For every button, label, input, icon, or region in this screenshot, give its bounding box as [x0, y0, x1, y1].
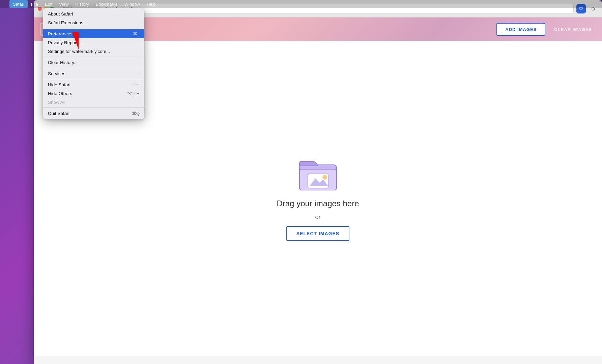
- menu-extensions-label: Safari Extensions...: [48, 20, 87, 25]
- menubar-safari[interactable]: Safari: [9, 0, 28, 8]
- menu-item-hide-others[interactable]: Hide Others ⌥⌘H: [43, 89, 144, 98]
- menu-item-privacy[interactable]: Privacy Report...: [43, 38, 144, 47]
- menubar-view-label: View: [59, 2, 68, 7]
- menu-item-preferences[interactable]: Preferences... ⌘ ,: [43, 29, 144, 38]
- menu-clear-history-label: Clear History...: [48, 60, 78, 65]
- add-images-button[interactable]: ADD IMAGES: [496, 23, 545, 36]
- menubar-view[interactable]: View: [56, 0, 72, 8]
- menubar-safari-label: Safari: [13, 2, 24, 7]
- menu-quit-label: Quit Safari: [48, 111, 69, 116]
- svg-point-7: [322, 175, 327, 180]
- menu-item-services[interactable]: Services ›: [43, 69, 144, 78]
- menubar-window[interactable]: Window: [121, 0, 143, 8]
- menubar-window-label: Window: [124, 2, 140, 7]
- menubar-history-label: History: [75, 2, 89, 7]
- menu-hide-others-label: Hide Others: [48, 91, 72, 96]
- services-submenu-arrow: ›: [138, 71, 140, 75]
- menubar-bookmarks[interactable]: Bookmarks: [92, 0, 121, 8]
- menu-item-extensions[interactable]: Safari Extensions...: [43, 18, 144, 27]
- menu-preferences-label: Preferences...: [48, 31, 76, 36]
- menubar-file-label: File: [31, 2, 38, 7]
- menubar-file[interactable]: File: [28, 0, 41, 8]
- menu-about-label: About Safari: [48, 11, 73, 17]
- menu-item-hide-safari[interactable]: Hide Safari ⌘H: [43, 80, 144, 89]
- apple-menu[interactable]: [3, 0, 9, 8]
- top-menubar: Safari File Edit View History Bookmarks …: [0, 0, 602, 8]
- folder-icon: [298, 156, 338, 193]
- menu-hide-safari-label: Hide Safari: [48, 82, 70, 87]
- menu-separator-4: [43, 79, 144, 79]
- clear-images-button[interactable]: CLEAR IMAGES: [551, 27, 595, 32]
- or-text: or: [315, 214, 320, 221]
- menubar-edit[interactable]: Edit: [41, 0, 56, 8]
- drag-text: Drag your images here: [277, 199, 359, 208]
- menubar-history[interactable]: History: [72, 0, 92, 8]
- menu-item-quit[interactable]: Quit Safari ⌘Q: [43, 109, 144, 118]
- menu-quit-shortcut: ⌘Q: [132, 111, 140, 116]
- menu-settings-label: Settings for watermarkly.com...: [48, 49, 110, 54]
- menu-separator-1: [43, 28, 144, 28]
- menu-item-settings[interactable]: Settings for watermarkly.com...: [43, 47, 144, 56]
- menubar-edit-label: Edit: [45, 2, 52, 7]
- select-images-button[interactable]: SELECT IMAGES: [286, 226, 349, 241]
- menubar-help-label: Help: [147, 2, 156, 7]
- menu-services-label: Services: [48, 71, 65, 76]
- menu-item-show-all: Show All: [43, 98, 144, 107]
- menu-hide-safari-shortcut: ⌘H: [132, 82, 140, 87]
- menu-privacy-label: Privacy Report...: [48, 40, 82, 45]
- menu-item-clear-history[interactable]: Clear History...: [43, 58, 144, 67]
- menu-item-about[interactable]: About Safari: [43, 9, 144, 18]
- menu-show-all-label: Show All: [48, 100, 65, 105]
- drop-zone: Drag your images here or SELECT IMAGES: [277, 156, 359, 241]
- menu-separator-2: [43, 57, 144, 57]
- menu-hide-others-shortcut: ⌥⌘H: [127, 91, 140, 96]
- menu-separator-3: [43, 68, 144, 68]
- menubar-bookmarks-label: Bookmarks: [96, 2, 118, 7]
- menu-separator-5: [43, 108, 144, 108]
- menubar-help[interactable]: Help: [143, 0, 159, 8]
- safari-dropdown-menu: About Safari Safari Extensions... Prefer…: [43, 8, 144, 119]
- menu-preferences-shortcut: ⌘ ,: [133, 31, 140, 36]
